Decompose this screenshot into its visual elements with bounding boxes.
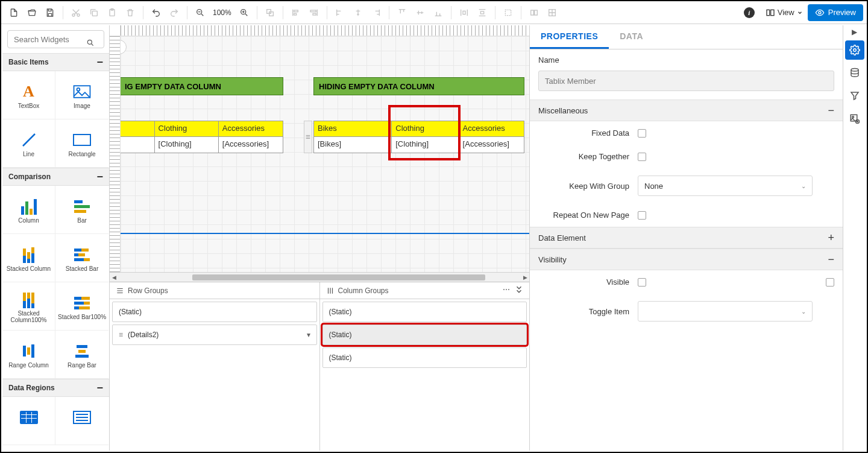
widget-stacked-column[interactable]: Stacked Column [2, 234, 55, 282]
widget-list[interactable] [55, 397, 108, 445]
copy-icon[interactable] [86, 5, 102, 21]
tablix2-header[interactable]: HIDING EMPTY DATA COLUMN [313, 77, 524, 95]
groups-more-icon[interactable]: ⋯ [503, 285, 510, 296]
align-left-icon[interactable] [332, 5, 348, 21]
widget-range-column[interactable]: Range Column [2, 331, 55, 379]
svg-rect-25 [74, 135, 90, 145]
name-input[interactable] [538, 71, 834, 91]
widget-bar[interactable]: Bar [55, 186, 108, 234]
keep-with-group-select[interactable]: None ⌄ [638, 176, 813, 196]
redo-icon[interactable] [166, 5, 182, 21]
preview-button[interactable]: Preview [808, 4, 863, 21]
tablix1-header[interactable]: IG EMPTY DATA COLUMN [121, 77, 283, 95]
align-top-icon[interactable] [394, 5, 410, 21]
rail-data-icon[interactable] [845, 63, 864, 83]
tab-data[interactable]: DATA [609, 25, 654, 49]
tab-properties[interactable]: PROPERTIES [530, 25, 609, 49]
tablix2-row2[interactable]: [Bikes] [Clothing] [Accessories] [313, 137, 524, 153]
accordion-visibility[interactable]: Visibility− [530, 249, 843, 270]
svg-rect-30 [31, 412, 32, 423]
svg-point-32 [853, 49, 856, 52]
view-dropdown[interactable]: View [761, 5, 808, 20]
right-icon-rail: ▶ [843, 25, 866, 451]
design-canvas[interactable]: IG EMPTY DATA COLUMN Clothing Accessorie… [121, 36, 529, 272]
preview-label: Preview [828, 8, 856, 17]
row-group-details2[interactable]: ≡ (Details2) ▾ [112, 325, 317, 345]
collapse-panel-button[interactable] [121, 40, 127, 54]
svg-rect-2 [92, 11, 97, 16]
svg-rect-29 [26, 412, 27, 423]
visible-checkbox[interactable] [638, 278, 646, 287]
distribute-v-icon[interactable] [474, 5, 490, 21]
align-left-edges-icon[interactable] [288, 5, 304, 21]
zoom-in-icon[interactable] [236, 5, 252, 21]
widget-stacked-bar100[interactable]: Stacked Bar100% [55, 282, 108, 331]
groups-collapse-icon[interactable] [515, 285, 523, 296]
zoom-out-icon[interactable] [192, 5, 208, 21]
svg-point-35 [852, 116, 854, 118]
tablix2-row-handle[interactable] [304, 121, 312, 153]
svg-point-22 [87, 40, 92, 44]
view-label: View [778, 8, 794, 17]
fixed-data-label: Fixed Data [538, 128, 638, 138]
category-data-regions[interactable]: Data Regions− [2, 379, 109, 397]
chevron-down-icon[interactable]: ▾ [307, 331, 310, 339]
fixed-data-checkbox[interactable] [638, 129, 646, 138]
accordion-miscellaneous[interactable]: Miscellaneous− [530, 100, 843, 121]
widget-range-bar[interactable]: Range Bar [55, 331, 108, 379]
open-icon[interactable] [24, 5, 40, 21]
column-group-static-3[interactable]: (Static) [322, 347, 527, 368]
align-middle-icon[interactable] [412, 5, 428, 21]
paste-icon[interactable] [104, 5, 120, 21]
widget-stacked-bar[interactable]: Stacked Bar [55, 234, 108, 282]
column-group-selected[interactable]: (Static) [322, 325, 527, 345]
repeat-new-page-label: Repeat On New Page [538, 211, 638, 220]
keep-together-checkbox[interactable] [638, 153, 646, 161]
same-size-icon[interactable] [544, 5, 560, 21]
chevron-down-icon: ⌄ [801, 308, 806, 315]
distribute-h-icon[interactable] [456, 5, 472, 21]
name-label: Name [530, 49, 843, 71]
category-basic-items[interactable]: Basic Items− [2, 53, 109, 71]
save-icon[interactable] [42, 5, 58, 21]
svg-rect-14 [480, 11, 483, 14]
rail-image-manager-icon[interactable] [845, 109, 864, 128]
page-break-line [121, 233, 529, 234]
tablix2-row1[interactable]: Bikes Clothing Accessories [313, 121, 524, 137]
align-bottom-icon[interactable] [430, 5, 446, 21]
widget-textbox[interactable]: A TextBox [2, 71, 55, 119]
toggle-item-select[interactable]: ⌄ [638, 301, 813, 322]
widget-column[interactable]: Column [2, 186, 55, 234]
keep-with-group-label: Keep With Group [538, 182, 638, 191]
visible-fx-checkbox[interactable] [826, 278, 834, 287]
widget-rectangle[interactable]: Rectangle [55, 119, 108, 168]
row-group-static[interactable]: (Static) [112, 302, 317, 322]
category-comparison[interactable]: Comparison− [2, 168, 109, 186]
column-group-static-1[interactable]: (Static) [322, 302, 527, 322]
delete-icon[interactable] [122, 5, 138, 21]
new-file-icon[interactable] [6, 5, 22, 21]
repeat-new-page-checkbox[interactable] [638, 211, 646, 220]
tablix1-row1[interactable]: Clothing Accessories [121, 121, 283, 137]
cut-icon[interactable] [68, 5, 84, 21]
svg-rect-28 [21, 418, 37, 419]
accordion-data-element[interactable]: Data Element+ [530, 227, 843, 249]
widget-table[interactable] [2, 397, 55, 445]
hide-panel-icon[interactable]: ▶ [852, 25, 857, 39]
rail-filter-icon[interactable] [845, 86, 864, 106]
undo-icon[interactable] [148, 5, 164, 21]
align-right-icon[interactable] [368, 5, 384, 21]
widget-stacked-column100[interactable]: Stacked Column100% [2, 282, 55, 331]
send-backward-icon[interactable] [262, 5, 278, 21]
same-width-icon[interactable] [526, 5, 542, 21]
size-to-grid-icon[interactable] [500, 5, 516, 21]
svg-rect-15 [505, 10, 511, 15]
info-icon[interactable]: i [744, 7, 755, 18]
widget-line[interactable]: Line [2, 119, 55, 168]
align-right-edges-icon[interactable] [306, 5, 322, 21]
align-center-icon[interactable] [350, 5, 366, 21]
rail-properties-icon[interactable] [845, 40, 864, 60]
tablix1-row2[interactable]: [Clothing] [Accessories] [121, 137, 283, 153]
widget-image[interactable]: Image [55, 71, 108, 119]
horizontal-scrollbar[interactable]: ◀ ▶ [110, 272, 529, 282]
